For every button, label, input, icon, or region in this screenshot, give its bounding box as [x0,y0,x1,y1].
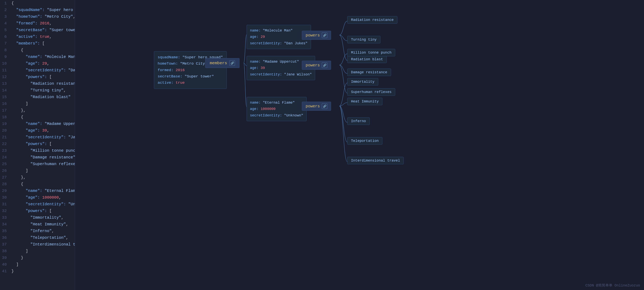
member-card-3: name: "Eternal Flame"age: 1000000secretI… [247,97,306,121]
code-line: 16 ] [0,101,75,107]
member-field-key: secretIdentity: [250,114,284,117]
line-number: 12 [0,74,10,80]
code-line: 30 "age": 1000000, [0,194,75,201]
member-field-key: secretIdentity: [250,41,284,45]
powers-button-1[interactable]: powers 🔗 [302,31,331,40]
power-item: Million tonne punch [347,49,395,56]
line-content: "Damage resistance", [10,154,75,161]
code-line: 25 "Superhuman reflexes" [0,161,75,167]
line-number: 18 [0,114,10,121]
member-field-key: name: [250,101,263,105]
code-line: 29 "name": "Eternal Flame", [0,188,75,194]
line-number: 8 [0,47,10,54]
root-field-key: squadName: [158,55,182,59]
line-content: ] [10,101,28,107]
code-line: 6 "active": true, [0,33,75,40]
line-content: { [10,114,23,121]
line-content: "secretBase": "Super tower", [10,27,75,33]
line-content: "secretIdentity": "Jane Wilson", [10,134,75,141]
line-number: 5 [0,27,10,33]
line-number: 9 [0,54,10,60]
code-line: 31 "secretIdentity": "Unknown", [0,201,75,208]
code-line: 27 }, [0,174,75,181]
member-field-key: secretIdentity: [250,72,284,76]
powers-label-3: powers [306,104,320,109]
line-content: "powers": [ [10,141,52,147]
members-button[interactable]: members 🔗 [205,58,240,68]
line-number: 11 [0,67,10,74]
code-line: 39 } [0,255,75,261]
line-content: "powers": [ [10,74,52,80]
member-field-key: name: [250,60,263,64]
line-content: }, [10,174,26,181]
code-line: 34 "Heat Immunity", [0,221,75,228]
member-field-key: name: [250,28,263,32]
power-item: Turning tiny [347,36,380,43]
code-line: 18 { [0,114,75,121]
line-number: 33 [0,214,10,221]
powers-button-2[interactable]: powers 🔗 [302,61,331,70]
line-content: "members": [ [10,40,44,47]
root-field-value: 2016 [176,68,185,72]
root-field-value: "Metro City" [180,61,207,66]
line-number: 14 [0,87,10,94]
powers-label-1: powers [306,33,320,38]
line-number: 28 [0,181,10,188]
code-line: 41} [0,268,75,275]
root-node: squadName: "Super hero squad"homeTown: "… [154,51,227,89]
line-number: 3 [0,13,10,20]
code-line: 1{ [0,0,75,7]
line-number: 22 [0,141,10,147]
code-line: 21 "secretIdentity": "Jane Wilson", [0,134,75,141]
code-line: 14 "Turning tiny", [0,87,75,94]
code-line: 9 "name": "Molecule Man", [0,54,75,60]
power-item: Radiation blast [347,56,387,63]
line-number: 17 [0,107,10,114]
line-content: ] [10,261,18,268]
line-number: 6 [0,33,10,40]
power-item: Radiation resistance [347,16,397,24]
member-field-value: "Eternal Flame" [263,101,295,105]
line-content: "Inferno", [10,228,54,234]
line-content: ] [10,167,28,174]
graph-panel: squadName: "Super hero squad"homeTown: "… [75,0,644,290]
line-number: 32 [0,208,10,214]
line-number: 23 [0,147,10,154]
root-field-key: active: [158,81,176,85]
member-field-value: "Unknown" [284,114,303,117]
line-content: "secretIdentity": "Unknown", [10,201,75,208]
power-item: Inferno [347,117,370,125]
powers-link-icon-1: 🔗 [322,32,327,38]
root-field-key: secretBase: [158,74,185,79]
line-number: 30 [0,194,10,201]
code-line: 33 "Immortality", [0,214,75,221]
line-number: 35 [0,228,10,234]
root-field-key: formed: [158,68,176,72]
code-line: 2 "squadName": "Super hero squad", [0,7,75,13]
members-label: members [210,61,227,65]
code-line: 7 "members": [ [0,40,75,47]
powers-label-2: powers [306,63,320,68]
member-field-value: "Jane Wilson" [284,72,312,76]
line-content: } [10,255,23,261]
member-field-value: "Molecule Man" [263,28,292,32]
powers-button-3[interactable]: powers 🔗 [302,102,331,111]
code-line: 28 { [0,181,75,188]
line-content: "homeTown": "Metro City", [10,13,75,20]
code-line: 17 }, [0,107,75,114]
power-item: Damage resistance [347,69,391,76]
members-link-icon: 🔗 [230,60,235,66]
root-field-value: true [176,81,185,85]
line-number: 1 [0,0,10,7]
line-content: "name": "Molecule Man", [10,54,75,60]
root-field-key: homeTown: [158,61,180,66]
line-content: { [10,181,23,188]
line-number: 27 [0,174,10,181]
line-content: "age": 1000000, [10,194,61,201]
member-field-value: 1000000 [261,107,276,111]
power-item: Heat Immunity [347,98,382,105]
line-number: 34 [0,221,10,228]
line-number: 2 [0,7,10,13]
line-number: 36 [0,234,10,241]
line-content: "powers": [ [10,208,52,214]
